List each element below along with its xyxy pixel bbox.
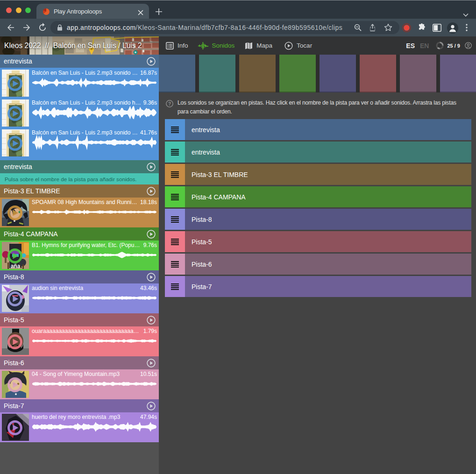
svg-text:?: ? (168, 101, 171, 106)
svg-text:aña: aña (11, 263, 21, 269)
